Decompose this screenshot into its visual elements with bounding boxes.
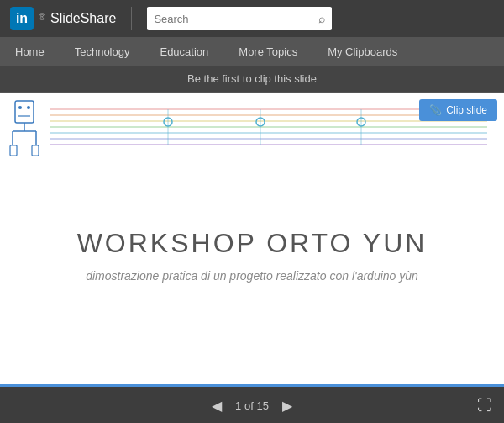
navbar: Home Technology Education More Topics My… [0,37,504,66]
search-input[interactable] [154,13,318,25]
clip-banner: Be the first to clip this slide [0,66,504,93]
current-page: 1 [235,399,241,412]
total-pages: 15 [256,399,268,412]
clip-slide-label: Clip slide [446,104,487,116]
svg-rect-21 [10,145,17,156]
logo-divider [131,7,132,30]
logo-area: in ® SlideShare [10,7,116,30]
slide-container: 📎 Clip slide WORKSHOP ORTO YUN dimostraz… [0,93,504,387]
nav-education[interactable]: Education [144,37,223,66]
bottom-bar: ◀ 1 of 15 ▶ ⛶ [0,387,504,423]
fullscreen-button[interactable]: ⛶ [477,397,492,415]
nav-my-clipboards[interactable]: My Clipboards [312,37,412,66]
page-info: 1 of 15 [235,399,269,412]
clip-banner-text: Be the first to clip this slide [187,72,317,85]
clip-slide-button[interactable]: 📎 Clip slide [419,99,497,121]
slideshare-logo-text: SlideShare [50,11,116,26]
clip-icon: 📎 [429,104,442,116]
nav-controls: ◀ 1 of 15 ▶ [207,394,297,417]
svg-rect-22 [32,145,39,156]
next-slide-button[interactable]: ▶ [277,394,297,417]
nav-technology[interactable]: Technology [60,37,145,66]
svg-point-14 [18,106,22,109]
search-box[interactable]: ⌕ [147,7,332,30]
search-button[interactable]: ⌕ [318,12,325,25]
svg-point-15 [27,106,30,109]
page-separator: of [244,399,256,412]
svg-rect-13 [15,101,34,123]
slide-title: WORKSHOP ORTO YUN [77,228,428,259]
linkedin-logo: in [10,7,34,30]
prev-slide-button[interactable]: ◀ [207,394,227,417]
nav-more-topics[interactable]: More Topics [223,37,312,66]
topbar: in ® SlideShare ⌕ [0,0,504,37]
nav-home[interactable]: Home [0,37,60,66]
registered-mark: ® [39,12,45,22]
slide-subtitle: dimostrazione pratica di un progetto rea… [86,269,418,283]
robot-icon [8,99,42,164]
